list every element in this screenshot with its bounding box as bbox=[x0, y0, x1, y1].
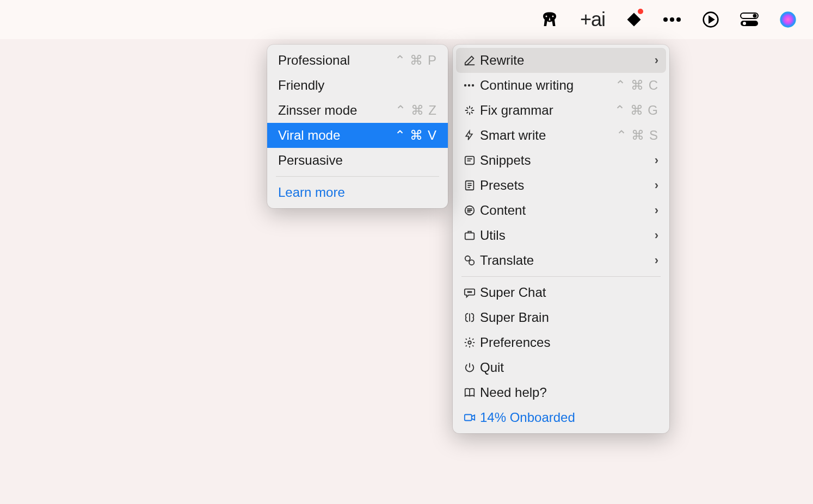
chevron-right-icon: › bbox=[644, 253, 658, 267]
menu-item-continue-writing[interactable]: Continue writing ⌃ ⌘ C bbox=[456, 73, 666, 98]
menu-label: Fix grammar bbox=[480, 103, 614, 118]
svg-point-9 bbox=[464, 84, 466, 86]
svg-rect-22 bbox=[465, 415, 472, 421]
menu-label: 14% Onboarded bbox=[480, 410, 658, 425]
menu-item-snippets[interactable]: Snippets › bbox=[456, 148, 666, 173]
control-center-icon[interactable] bbox=[740, 9, 759, 30]
brain-icon bbox=[464, 312, 480, 323]
chevron-right-icon: › bbox=[644, 153, 658, 167]
dots-icon bbox=[464, 84, 480, 87]
svg-point-20 bbox=[471, 291, 472, 293]
sparkle-icon bbox=[464, 104, 480, 116]
chevron-right-icon: › bbox=[644, 228, 658, 242]
elephant-icon[interactable] bbox=[540, 9, 559, 30]
svg-rect-15 bbox=[465, 233, 475, 239]
menu-label: Preferences bbox=[480, 335, 658, 350]
shortcut: ⌃ ⌘ V bbox=[395, 128, 437, 143]
menu-separator bbox=[461, 276, 661, 277]
chevron-right-icon: › bbox=[644, 178, 658, 192]
svg-point-5 bbox=[753, 14, 757, 18]
menu-label: Need help? bbox=[480, 385, 658, 400]
shortcut: ⌃ ⌘ S bbox=[616, 128, 658, 143]
submenu-item-zinsser[interactable]: Zinsser mode ⌃ ⌘ Z bbox=[270, 98, 445, 123]
shortcut: ⌃ ⌘ G bbox=[614, 103, 658, 118]
power-icon bbox=[464, 362, 480, 374]
gear-icon bbox=[464, 337, 480, 349]
book-icon bbox=[464, 387, 480, 399]
svg-point-2 bbox=[676, 17, 681, 22]
menu-label: Continue writing bbox=[480, 78, 615, 93]
submenu-item-friendly[interactable]: Friendly bbox=[270, 73, 445, 98]
svg-point-10 bbox=[468, 84, 470, 86]
menu-item-preferences[interactable]: Preferences bbox=[456, 330, 666, 355]
svg-point-11 bbox=[472, 84, 474, 86]
notification-dot-icon bbox=[638, 9, 643, 14]
submenu-item-professional[interactable]: Professional ⌃ ⌘ P bbox=[270, 48, 445, 73]
submenu-item-persuasive[interactable]: Persuasive bbox=[270, 148, 445, 173]
svg-point-0 bbox=[663, 17, 668, 22]
menu-label: Zinsser mode bbox=[278, 103, 395, 118]
briefcase-icon bbox=[464, 229, 480, 241]
ai-label: +ai bbox=[580, 8, 605, 31]
submenu-item-viral[interactable]: Viral mode ⌃ ⌘ V bbox=[267, 123, 448, 148]
svg-point-7 bbox=[743, 22, 746, 25]
menu-bar: +ai bbox=[0, 0, 813, 39]
svg-point-8 bbox=[780, 11, 796, 27]
chevron-right-icon: › bbox=[644, 203, 658, 217]
menu-label: Viral mode bbox=[278, 128, 395, 143]
menu-label: Presets bbox=[480, 178, 644, 193]
menu-label: Content bbox=[480, 203, 644, 218]
menu-item-fix-grammar[interactable]: Fix grammar ⌃ ⌘ G bbox=[456, 98, 666, 123]
menu-item-smart-write[interactable]: Smart write ⌃ ⌘ S bbox=[456, 123, 666, 148]
ai-menu-icon[interactable]: +ai bbox=[580, 9, 605, 30]
play-circle-icon[interactable] bbox=[702, 9, 719, 30]
menu-label: Utils bbox=[480, 228, 644, 243]
menu-item-utils[interactable]: Utils › bbox=[456, 223, 666, 248]
menu-label: Super Brain bbox=[480, 310, 658, 325]
shortcut: ⌃ ⌘ C bbox=[615, 78, 658, 93]
menu-label: Professional bbox=[278, 53, 395, 68]
svg-point-18 bbox=[467, 291, 469, 293]
svg-point-21 bbox=[468, 341, 471, 344]
menu-item-content[interactable]: Content › bbox=[456, 198, 666, 223]
menu-item-presets[interactable]: Presets › bbox=[456, 173, 666, 198]
menu-label: Rewrite bbox=[480, 53, 644, 68]
chat-icon bbox=[464, 287, 480, 298]
presets-icon bbox=[464, 179, 480, 191]
siri-icon[interactable] bbox=[779, 9, 797, 30]
pencil-icon bbox=[464, 54, 480, 66]
snippet-icon bbox=[464, 154, 480, 166]
ai-main-menu: Rewrite › Continue writing ⌃ ⌘ C Fix gra… bbox=[453, 45, 669, 433]
shortcut: ⌃ ⌘ Z bbox=[395, 103, 437, 118]
menu-item-super-chat[interactable]: Super Chat bbox=[456, 280, 666, 305]
menu-separator bbox=[276, 176, 439, 177]
menu-item-onboarded[interactable]: 14% Onboarded bbox=[456, 405, 666, 430]
menu-label: Persuasive bbox=[278, 153, 437, 168]
more-icon[interactable] bbox=[663, 9, 681, 30]
menu-item-translate[interactable]: Translate › bbox=[456, 248, 666, 273]
shortcut: ⌃ ⌘ P bbox=[395, 53, 437, 68]
menu-item-quit[interactable]: Quit bbox=[456, 355, 666, 380]
app-grid-icon[interactable] bbox=[626, 9, 642, 30]
translate-icon bbox=[464, 254, 480, 266]
svg-point-19 bbox=[469, 291, 470, 293]
menu-label: Quit bbox=[480, 360, 658, 375]
menu-label: Smart write bbox=[480, 128, 616, 143]
menu-item-super-brain[interactable]: Super Brain bbox=[456, 305, 666, 330]
menu-label: Translate bbox=[480, 253, 644, 268]
menu-label: Super Chat bbox=[480, 285, 658, 300]
video-icon bbox=[464, 412, 480, 424]
svg-point-1 bbox=[670, 17, 674, 22]
menu-item-rewrite[interactable]: Rewrite › bbox=[456, 48, 666, 73]
menu-label: Snippets bbox=[480, 153, 644, 168]
content-icon bbox=[464, 204, 480, 216]
rewrite-submenu: Professional ⌃ ⌘ P Friendly Zinsser mode… bbox=[267, 45, 448, 208]
submenu-item-learn-more[interactable]: Learn more bbox=[270, 180, 445, 205]
bolt-icon bbox=[464, 129, 480, 141]
chevron-right-icon: › bbox=[644, 53, 658, 67]
menu-label: Learn more bbox=[278, 185, 437, 200]
menu-label: Friendly bbox=[278, 78, 437, 93]
menu-item-need-help[interactable]: Need help? bbox=[456, 380, 666, 405]
